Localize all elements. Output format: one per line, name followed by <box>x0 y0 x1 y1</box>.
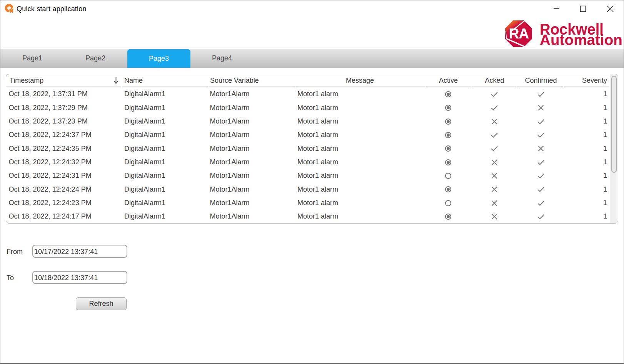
svg-text:RA: RA <box>509 26 529 42</box>
svg-text:Automation: Automation <box>540 32 622 47</box>
